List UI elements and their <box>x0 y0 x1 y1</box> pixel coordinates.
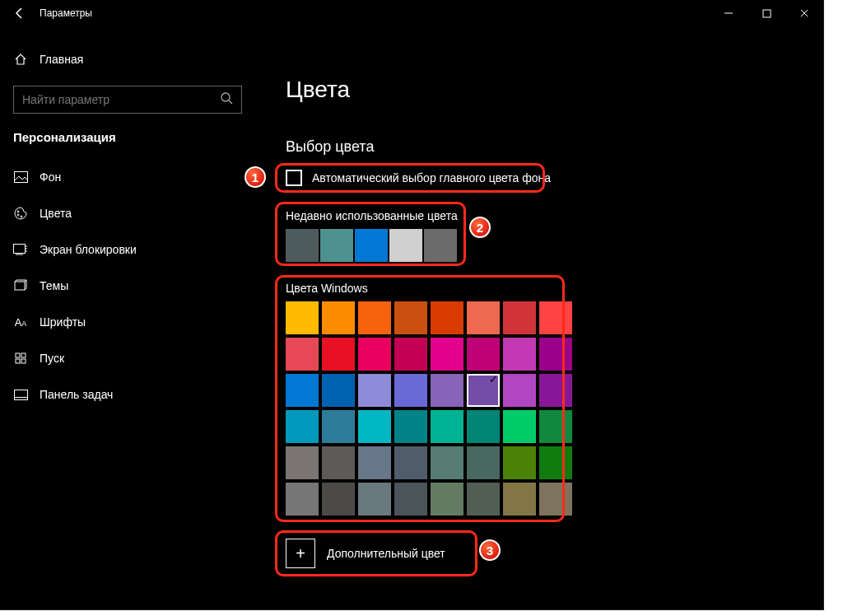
color-swatch[interactable] <box>394 338 427 371</box>
recent-color-swatch[interactable] <box>424 229 457 262</box>
svg-rect-7 <box>15 282 25 290</box>
app-title: Параметры <box>40 7 92 19</box>
color-swatch[interactable] <box>322 483 355 516</box>
color-swatch[interactable] <box>358 483 391 516</box>
color-swatch[interactable] <box>467 483 500 516</box>
color-swatch[interactable] <box>503 338 536 371</box>
lockscreen-icon <box>13 244 28 255</box>
minimize-button[interactable] <box>710 0 748 26</box>
color-swatch[interactable]: ✓ <box>467 374 500 407</box>
sidebar-item-label: Цвета <box>40 207 72 220</box>
color-swatch[interactable] <box>503 446 536 479</box>
recent-color-swatch[interactable] <box>389 229 422 262</box>
search-box[interactable] <box>13 86 242 114</box>
color-swatch[interactable] <box>394 410 427 443</box>
color-swatch[interactable] <box>431 410 463 443</box>
close-button[interactable] <box>785 0 823 26</box>
taskbar-icon <box>13 390 28 400</box>
sidebar-item-colors[interactable]: Цвета <box>0 195 255 231</box>
color-swatch[interactable] <box>467 410 500 443</box>
color-swatch[interactable] <box>503 410 536 443</box>
color-swatch[interactable] <box>358 301 391 334</box>
color-swatch[interactable] <box>431 446 463 479</box>
sidebar-item-start[interactable]: Пуск <box>0 340 255 376</box>
color-swatch[interactable] <box>467 446 500 479</box>
color-swatch[interactable] <box>286 483 319 516</box>
color-swatch[interactable] <box>322 301 355 334</box>
svg-rect-6 <box>14 245 26 254</box>
back-button[interactable] <box>0 0 40 26</box>
color-swatch[interactable] <box>467 301 500 334</box>
recent-colors-grid <box>286 229 458 262</box>
color-swatch[interactable] <box>394 374 427 407</box>
search-input[interactable] <box>22 93 220 106</box>
color-swatch[interactable] <box>286 410 319 443</box>
svg-point-3 <box>17 211 19 212</box>
sidebar-home[interactable]: Главная <box>0 41 255 77</box>
color-swatch[interactable] <box>322 374 355 407</box>
sidebar-item-taskbar[interactable]: Панель задач <box>0 376 255 413</box>
color-swatch[interactable] <box>431 338 463 371</box>
sidebar-item-label: Панель задач <box>40 388 113 401</box>
recent-color-swatch[interactable] <box>355 229 388 262</box>
sidebar: Главная Персонализация Фон Цвета Экран б… <box>0 26 255 609</box>
color-swatch[interactable] <box>503 301 536 334</box>
recent-color-swatch[interactable] <box>320 229 353 262</box>
color-swatch[interactable] <box>358 374 391 407</box>
svg-point-1 <box>221 93 230 101</box>
sidebar-item-lockscreen[interactable]: Экран блокировки <box>0 231 255 268</box>
maximize-button[interactable] <box>748 0 785 26</box>
color-swatch[interactable] <box>286 338 319 371</box>
color-swatch[interactable] <box>431 374 463 407</box>
sidebar-home-label: Главная <box>40 53 83 66</box>
svg-rect-2 <box>14 172 27 183</box>
color-swatch[interactable] <box>286 374 319 407</box>
color-swatch[interactable] <box>539 374 572 407</box>
color-swatch[interactable] <box>394 446 427 479</box>
sidebar-section-title: Персонализация <box>0 122 255 159</box>
sidebar-item-background[interactable]: Фон <box>0 159 255 195</box>
color-swatch[interactable] <box>539 410 572 443</box>
color-swatch[interactable] <box>322 338 355 371</box>
svg-rect-11 <box>21 359 26 363</box>
color-swatch[interactable] <box>358 446 391 479</box>
auto-accent-checkbox[interactable] <box>286 170 302 186</box>
custom-color-button[interactable]: + <box>286 539 315 568</box>
color-swatch[interactable] <box>503 374 536 407</box>
picture-icon <box>13 171 28 183</box>
color-swatch[interactable] <box>503 483 536 516</box>
home-icon <box>13 53 28 66</box>
palette-icon <box>13 207 28 220</box>
color-swatch[interactable] <box>539 483 572 516</box>
themes-icon <box>13 279 28 292</box>
start-icon <box>13 352 28 365</box>
color-swatch[interactable] <box>431 301 463 334</box>
svg-point-4 <box>17 214 19 216</box>
svg-rect-12 <box>14 390 27 399</box>
page-title: Цвета <box>286 77 350 103</box>
search-icon <box>220 91 233 108</box>
sidebar-item-fonts[interactable]: AA Шрифты <box>0 304 255 340</box>
color-swatch[interactable] <box>467 338 500 371</box>
color-swatch[interactable] <box>358 410 391 443</box>
color-swatch[interactable] <box>539 338 572 371</box>
color-swatch[interactable] <box>539 446 572 479</box>
svg-rect-10 <box>16 359 20 363</box>
fonts-icon: AA <box>13 316 28 329</box>
sidebar-item-label: Пуск <box>40 352 64 365</box>
svg-point-5 <box>21 216 22 217</box>
sidebar-item-themes[interactable]: Темы <box>0 268 255 304</box>
sidebar-item-label: Фон <box>40 170 61 184</box>
svg-rect-8 <box>16 353 20 357</box>
color-swatch[interactable] <box>539 301 572 334</box>
color-swatch[interactable] <box>394 483 427 516</box>
color-swatch[interactable] <box>431 483 463 516</box>
color-swatch[interactable] <box>286 446 319 479</box>
recent-color-swatch[interactable] <box>286 229 319 262</box>
color-swatch[interactable] <box>322 446 355 479</box>
color-swatch[interactable] <box>322 410 355 443</box>
color-swatch[interactable] <box>286 301 319 334</box>
color-swatch[interactable] <box>358 338 391 371</box>
color-swatch[interactable] <box>394 301 427 334</box>
svg-rect-0 <box>763 10 771 17</box>
